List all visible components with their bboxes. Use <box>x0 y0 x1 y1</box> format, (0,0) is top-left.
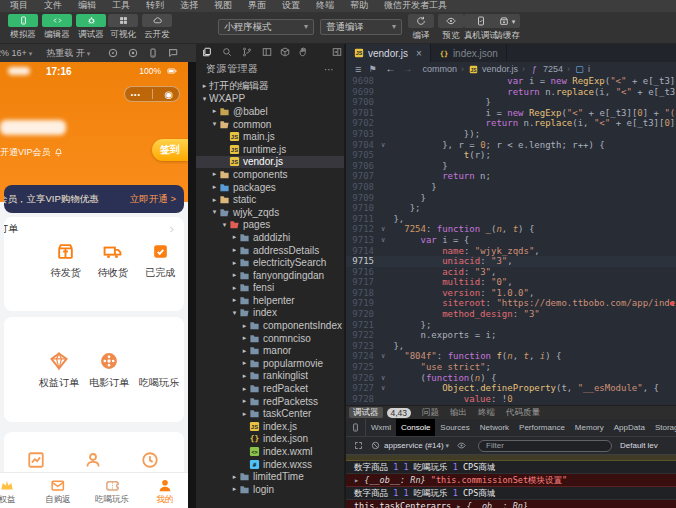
console-log-row[interactable]: 数字商品 1 1 吃喝玩乐 1 CPS商城 <box>346 487 676 500</box>
files-icon[interactable] <box>202 47 212 57</box>
capsule-button[interactable]: •••◉ <box>124 86 180 102</box>
refresh-button[interactable] <box>408 14 434 28</box>
editor-tab-index.json[interactable]: {}index.json <box>431 44 507 62</box>
tree-item-manor[interactable]: ▸manor <box>196 344 344 357</box>
tree-item-index.js[interactable]: JSindex.js <box>196 420 344 433</box>
expand-arrow-icon[interactable]: ▸ <box>456 501 466 508</box>
toolbar-button-cloud[interactable]: 云开发 <box>140 14 174 41</box>
phone-button[interactable] <box>8 14 38 27</box>
console-level-select[interactable]: Default lev <box>620 441 672 450</box>
close-tab-icon[interactable]: × <box>416 48 422 59</box>
tree-item-vendor.js[interactable]: JSvendor.js <box>196 156 344 169</box>
phone-tab-2[interactable]: 自购返 <box>45 477 71 506</box>
order-status-item[interactable]: 已完成 <box>137 241 184 280</box>
vip-banner-action[interactable]: 立即开通 > <box>130 193 176 206</box>
chevron-right-icon[interactable] <box>167 225 176 234</box>
devtools-tab-appdata[interactable]: AppData <box>609 419 650 437</box>
devtools-tab-network[interactable]: Network <box>475 419 514 437</box>
menu-item[interactable]: 编辑 <box>78 0 96 12</box>
console-log-row[interactable]: 数字商品 1 1 吃喝玩乐 1 CPS商城 <box>346 461 676 474</box>
menu-item[interactable]: 文件 <box>44 0 62 12</box>
more-actions-icon[interactable]: ⋯ <box>324 64 334 75</box>
service-item[interactable]: 电影订单 <box>84 351 134 390</box>
console-error-row[interactable]: ▸ {__ob__: Rn} "this.commissionSet模块设置" <box>346 474 676 487</box>
tree-item-index.wxml[interactable]: <>index.wxml <box>196 445 344 458</box>
tree-item-WXAPP[interactable]: ▾WXAPP <box>196 93 344 106</box>
tree-item-runtime.js[interactable]: JSruntime.js <box>196 143 344 156</box>
vip-banner[interactable]: 会员，立享VIP购物优惠立即开通 > <box>4 185 184 213</box>
console-error-row[interactable]: this.taskCenterarrs ▸ {__ob__: Rn} <box>346 500 676 508</box>
tree-item-redPacketss[interactable]: ▸redPacketss <box>196 395 344 408</box>
cache-button[interactable]: ▾ <box>494 14 520 28</box>
layout-icon[interactable] <box>262 47 272 57</box>
action-cache[interactable]: ▾清缓存 <box>494 14 520 42</box>
vip-hint-row[interactable]: 开通VIP会员 <box>0 146 63 159</box>
tree-item-static[interactable]: ▸static <box>196 193 344 206</box>
tree-item-conmnciso[interactable]: ▸conmnciso <box>196 332 344 345</box>
panel-tab-终端[interactable]: 终端 <box>478 407 495 419</box>
toolbar-button-phone[interactable]: 模拟器 <box>6 14 40 41</box>
menu-item[interactable]: 视图 <box>214 0 232 12</box>
service-item[interactable]: 权益订单 <box>34 351 84 390</box>
signin-button[interactable]: 签到 <box>152 139 188 161</box>
phone-tab-1[interactable]: 权益 <box>0 477 16 506</box>
grid-button[interactable] <box>108 14 138 27</box>
order-status-item[interactable]: 待收货 <box>89 241 136 280</box>
bug-button[interactable] <box>76 14 106 27</box>
quick-item[interactable] <box>121 450 178 470</box>
fold-arrow-icon[interactable]: ∨ <box>378 383 388 394</box>
compile-mode-select[interactable]: 普通编译▾ <box>320 19 402 35</box>
action-device-debug[interactable]: 真机调试 <box>464 14 498 42</box>
console-context-select[interactable]: appservice (#14)▾ <box>384 441 453 450</box>
tree-item-componentsIndex[interactable]: ▸componentsIndex <box>196 319 344 332</box>
toolbar-button-code[interactable]: 编辑器 <box>40 14 74 41</box>
quick-item[interactable] <box>64 450 121 470</box>
fold-arrow-icon[interactable]: ∨ <box>378 224 388 235</box>
chat-icon[interactable] <box>168 48 178 58</box>
quick-item[interactable] <box>7 450 64 470</box>
fold-arrow-icon[interactable]: ∨ <box>378 140 388 151</box>
tree-item-redPacket[interactable]: ▸redPacket <box>196 382 344 395</box>
tree-item-fensi[interactable]: ▸fensi <box>196 282 344 295</box>
panel-tab-代码质量[interactable]: 代码质量 <box>506 407 540 419</box>
search-icon[interactable] <box>222 47 232 57</box>
tree-item-rankinglist[interactable]: ▸rankinglist <box>196 370 344 383</box>
branch-icon[interactable] <box>242 47 252 57</box>
breadcrumb-item[interactable]: vendor.js <box>482 64 518 74</box>
order-status-item[interactable]: 待发货 <box>42 241 89 280</box>
tree-item-wjyk_zqds[interactable]: ▾wjyk_zqds <box>196 206 344 219</box>
breadcrumb-item[interactable]: 7254 <box>543 64 563 74</box>
hot-reload-toggle[interactable]: 热重载 开▾ <box>46 47 90 60</box>
tree-item-common[interactable]: ▾common <box>196 118 344 131</box>
fold-arrow-icon[interactable]: ∨ <box>378 351 388 362</box>
tree-item-index.wxss[interactable]: #index.wxss <box>196 458 344 471</box>
inspect-device-icon[interactable] <box>346 419 366 437</box>
hand-icon[interactable] <box>298 47 308 57</box>
panel-tab-输出[interactable]: 输出 <box>450 407 467 419</box>
eye-icon[interactable] <box>457 441 466 450</box>
device-debug-button[interactable] <box>464 14 498 28</box>
phone-tab-4[interactable]: 我的 <box>157 477 174 506</box>
menu-item[interactable]: 界面 <box>248 0 266 12</box>
arrow-right-icon[interactable]: → <box>403 64 413 74</box>
devtools-tab-console[interactable]: Console <box>396 419 435 437</box>
breadcrumb[interactable]: ≡⚑←→common›JSvendor.js›ƒ7254›▢i <box>346 62 676 76</box>
bookmark-icon[interactable]: ⚑ <box>368 65 376 74</box>
menu-item[interactable]: 选择 <box>180 0 198 12</box>
menu-item[interactable]: 微信开发者工具 <box>384 0 447 12</box>
capsule-target-icon[interactable]: ◉ <box>165 89 174 100</box>
more-dots-icon[interactable]: ••• <box>131 91 141 98</box>
action-refresh[interactable]: 编译 <box>408 14 434 42</box>
menu-item[interactable]: 设置 <box>282 0 300 12</box>
tree-item-electricitySearch[interactable]: ▸electricitySearch <box>196 256 344 269</box>
devtools-tab-performance[interactable]: Performance <box>514 419 570 437</box>
action-eye[interactable]: 预览 <box>438 14 464 42</box>
tree-item-[interactable]: ▸打开的编辑器 <box>196 80 344 93</box>
panel-tab-问题[interactable]: 问题 <box>422 407 439 419</box>
box-icon[interactable] <box>280 47 290 57</box>
console-log-list[interactable]: 数字商品 1 1 吃喝玩乐 1 CPS商城▸ {__ob__: Rn} "thi… <box>346 455 676 508</box>
tree-item-adddizhi[interactable]: ▸adddizhi <box>196 231 344 244</box>
menu-item[interactable]: 终端 <box>316 0 334 12</box>
code-button[interactable] <box>42 14 72 27</box>
menu-item[interactable]: 工具 <box>112 0 130 12</box>
